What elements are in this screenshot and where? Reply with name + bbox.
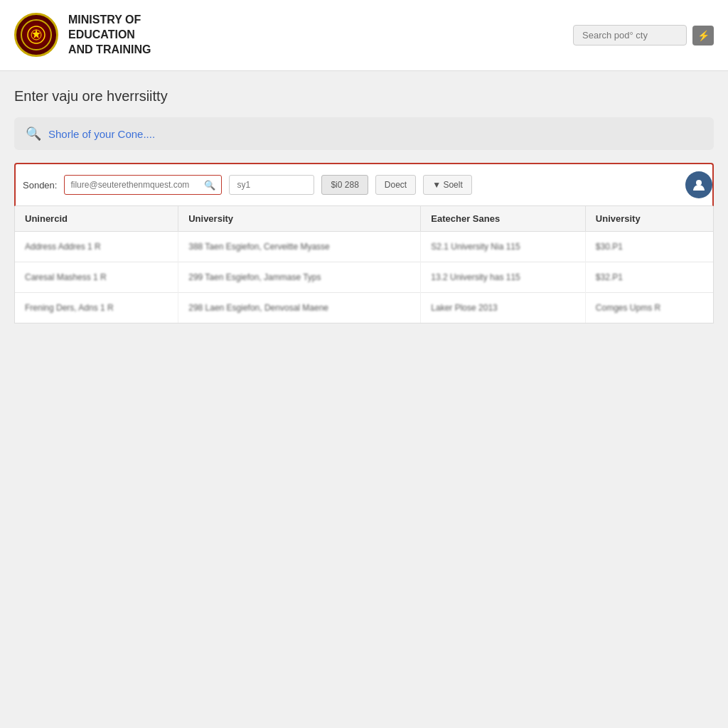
table-cell-col1: Address Addres 1 R (15, 232, 178, 262)
page-title: Enter vaju ore hverrsiitty (14, 88, 714, 105)
filter-code-input[interactable] (229, 175, 314, 195)
table-cell-col4: $32.P1 (585, 262, 713, 293)
filter-input-wrap: 🔍 (64, 175, 222, 195)
table-row[interactable]: Address Addres 1 R388 Taen Esgiefon, Cer… (15, 232, 713, 262)
header-actions: ⚡ (573, 25, 714, 46)
col-header-university2: University (585, 206, 713, 232)
filter-direct-button[interactable]: Doect (375, 175, 416, 195)
results-table: Uninercid University Eatecher Sanes Univ… (15, 206, 713, 323)
filter-label: Sonden: (23, 180, 57, 191)
filter-search-icon: 🔍 (204, 180, 215, 191)
results-table-wrap: Uninercid University Eatecher Sanes Univ… (14, 206, 714, 323)
table-cell-col2: 388 Taen Esgiefon, Cerveitte Myasse (178, 232, 421, 262)
app-header: MINISTRY OF EDUCATION AND TRAINING ⚡ (0, 0, 728, 71)
table-cell-col2: 299 Taen Esgiefon, Jammase Typs (178, 262, 421, 293)
table-cell-col1: Frening Ders, Adns 1 R (15, 293, 178, 323)
filter-bar: Sonden: 🔍 $i0 288 Doect ▼ Soelt (14, 163, 714, 206)
page-content: Enter vaju ore hverrsiitty 🔍 Shorle of y… (0, 71, 728, 341)
main-search-bar[interactable]: 🔍 Shorle of your Cone.... (14, 117, 714, 150)
main-search-icon: 🔍 (26, 126, 41, 141)
filter-email-input[interactable] (65, 176, 221, 194)
table-cell-col3: 13.2 University has 115 (421, 262, 585, 293)
table-cell-col4: Comges Upms R (585, 293, 713, 323)
col-header-eatecher: Eatecher Sanes (421, 206, 585, 232)
table-cell-col2: 298 Laen Esgiefon, Denvosal Maene (178, 293, 421, 323)
logo-emblem (21, 19, 52, 50)
ministry-logo (14, 13, 58, 57)
main-search-placeholder: Shorle of your Cone.... (48, 128, 155, 140)
header-branding: MINISTRY OF EDUCATION AND TRAINING (14, 13, 151, 57)
col-header-uninercid: Uninercid (15, 206, 178, 232)
table-row[interactable]: Frening Ders, Adns 1 R298 Laen Esgiefon,… (15, 293, 713, 323)
svg-point-3 (696, 180, 702, 186)
filter-sort-button[interactable]: ▼ Soelt (423, 175, 472, 195)
table-header-row: Uninercid University Eatecher Sanes Univ… (15, 206, 713, 232)
table-cell-col4: $30.P1 (585, 232, 713, 262)
filter-count: $i0 288 (321, 175, 368, 195)
table-cell-col3: S2.1 University Nia 115 (421, 232, 585, 262)
table-cell-col1: Caresal Mashess 1 R (15, 262, 178, 293)
user-profile-button[interactable] (685, 171, 712, 198)
ministry-title: MINISTRY OF EDUCATION AND TRAINING (68, 13, 151, 57)
table-cell-col3: Laker Plose 2013 (421, 293, 585, 323)
header-search-button[interactable]: ⚡ (692, 26, 714, 46)
col-header-university1: University (178, 206, 421, 232)
header-search-input[interactable] (573, 25, 687, 46)
table-row[interactable]: Caresal Mashess 1 R299 Taen Esgiefon, Ja… (15, 262, 713, 293)
